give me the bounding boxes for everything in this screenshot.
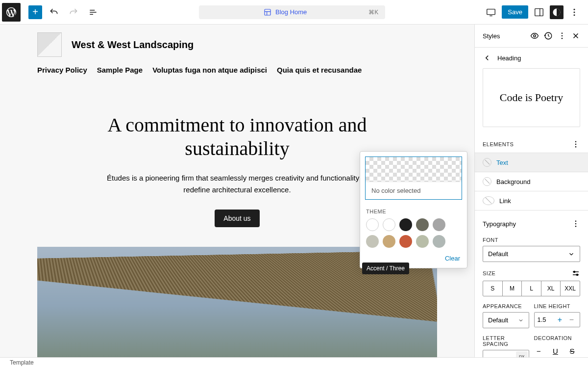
color-swatch[interactable] <box>383 235 395 248</box>
swatch-tooltip: Accent / Three <box>362 263 409 274</box>
element-label: Link <box>499 197 511 205</box>
font-label: FONT <box>483 237 580 243</box>
right-actions: Save <box>483 4 582 20</box>
close-icon[interactable] <box>571 31 580 40</box>
nav-item[interactable]: Privacy Policy <box>37 66 87 74</box>
color-swatch[interactable] <box>433 218 445 231</box>
letter-spacing-label: LETTER SPACING <box>483 335 529 347</box>
more-options-button[interactable] <box>566 4 582 20</box>
appearance-label: APPEARANCE <box>483 303 529 309</box>
element-link[interactable]: Link <box>475 191 588 210</box>
font-select[interactable]: Default <box>483 246 580 262</box>
settings-sidebar-toggle[interactable] <box>531 4 547 20</box>
theme-colors-label: THEME <box>360 205 467 216</box>
nav-item[interactable]: Sample Page <box>97 66 143 74</box>
navigation-block[interactable]: Privacy Policy Sample Page Voluptas fuga… <box>37 66 437 74</box>
size-s[interactable]: S <box>483 281 503 296</box>
size-xl[interactable]: XL <box>541 281 561 296</box>
footer-label: Template <box>10 359 34 366</box>
elements-more-icon[interactable] <box>571 140 580 149</box>
color-swatch[interactable] <box>433 235 445 248</box>
color-indicator-icon <box>483 196 494 205</box>
more-icon[interactable] <box>558 31 566 40</box>
template-name: Blog Home <box>275 8 307 16</box>
color-preview[interactable]: No color selected <box>365 157 462 200</box>
site-logo-placeholder[interactable] <box>37 32 62 57</box>
typography-section-header: Typography <box>475 214 588 232</box>
color-swatch[interactable] <box>399 218 412 231</box>
styles-toggle[interactable] <box>550 5 564 19</box>
size-xxl[interactable]: XXL <box>561 281 580 296</box>
custom-size-icon[interactable] <box>571 269 580 278</box>
typography-label: Typography <box>483 220 516 228</box>
svg-point-12 <box>575 144 576 145</box>
template-selector[interactable]: Blog Home ⌘K <box>199 5 385 19</box>
back-icon[interactable] <box>483 53 491 62</box>
svg-point-17 <box>574 271 575 273</box>
add-block-button[interactable]: + <box>28 5 42 19</box>
site-header-block[interactable]: West & West Landscaping <box>37 32 437 57</box>
line-height-input[interactable]: + − <box>534 312 581 327</box>
style-preview: Code is Poetry <box>483 68 580 127</box>
svg-point-14 <box>575 221 576 222</box>
font-value: Default <box>488 250 508 258</box>
revisions-icon[interactable] <box>544 31 553 40</box>
keyboard-shortcut: ⌘K <box>368 9 378 16</box>
size-l[interactable]: L <box>522 281 541 296</box>
color-swatch[interactable] <box>383 218 395 231</box>
theme-swatches <box>360 216 467 252</box>
color-swatch[interactable] <box>366 218 379 231</box>
hero-paragraph[interactable]: Études is a pioneering firm that seamles… <box>100 172 374 196</box>
chevron-down-icon <box>568 251 575 258</box>
size-m[interactable]: M <box>503 281 522 296</box>
about-us-button[interactable]: About us <box>215 210 259 227</box>
line-height-field[interactable] <box>535 313 554 327</box>
svg-point-18 <box>577 274 578 276</box>
line-height-decrease[interactable]: − <box>566 315 578 324</box>
view-button[interactable] <box>483 4 499 20</box>
svg-point-16 <box>575 226 576 227</box>
color-swatch[interactable] <box>416 235 429 248</box>
breadcrumb[interactable]: Heading <box>475 48 588 68</box>
svg-rect-0 <box>265 9 270 15</box>
save-button[interactable]: Save <box>502 5 528 19</box>
nav-item[interactable]: Quia quis et recusandae <box>277 66 362 74</box>
svg-point-8 <box>562 33 563 34</box>
color-swatch[interactable] <box>399 235 412 248</box>
undo-button[interactable] <box>46 4 62 20</box>
stylebook-icon[interactable] <box>530 31 539 40</box>
decoration-none[interactable]: − <box>534 347 544 355</box>
footer-breadcrumb[interactable]: Template <box>0 357 588 368</box>
nav-item[interactable]: Voluptas fuga non atque adipisci <box>152 66 267 74</box>
wordpress-logo[interactable] <box>2 3 21 22</box>
decoration-strikethrough[interactable]: S <box>567 347 577 355</box>
svg-point-7 <box>534 35 536 37</box>
site-title[interactable]: West & West Landscaping <box>72 39 194 51</box>
color-swatch[interactable] <box>416 218 429 231</box>
line-height-increase[interactable]: + <box>554 315 566 324</box>
element-background[interactable]: Background <box>475 172 588 191</box>
redo-button[interactable] <box>66 4 81 20</box>
color-picker-popover: No color selected THEME Accent / Three C… <box>360 151 467 268</box>
color-indicator-icon <box>483 158 491 167</box>
svg-point-4 <box>574 8 575 10</box>
decoration-underline[interactable]: U <box>551 347 561 355</box>
appearance-select[interactable]: Default <box>483 312 529 328</box>
svg-point-11 <box>575 141 576 142</box>
layout-icon <box>264 8 271 16</box>
svg-point-5 <box>574 11 575 13</box>
hero-heading[interactable]: A commitment to innovation and sustainab… <box>66 113 409 160</box>
svg-rect-1 <box>487 9 495 14</box>
center-control: Blog Home ⌘K <box>105 5 479 19</box>
appearance-value: Default <box>488 316 508 324</box>
document-overview-button[interactable] <box>85 4 101 20</box>
typography-more-icon[interactable] <box>571 219 580 228</box>
svg-point-13 <box>575 146 576 147</box>
chevron-down-icon <box>518 317 524 323</box>
element-text[interactable]: Text <box>475 153 588 172</box>
color-swatch[interactable] <box>366 235 379 248</box>
top-toolbar: + Blog Home ⌘K Save <box>0 0 588 25</box>
svg-point-6 <box>574 14 575 16</box>
transparent-checker <box>366 157 462 182</box>
no-color-label: No color selected <box>366 182 462 199</box>
